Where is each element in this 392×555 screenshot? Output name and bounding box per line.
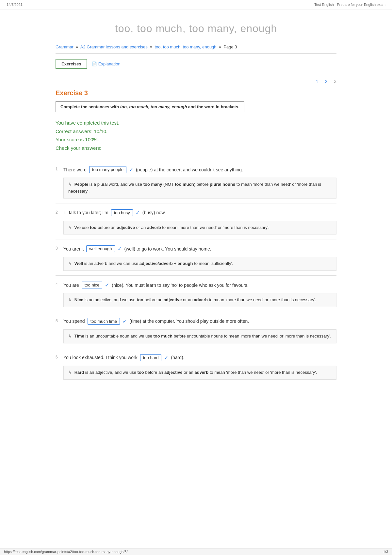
q6-answer: too hard	[140, 354, 162, 361]
arrow-icon-3: ↳	[68, 261, 72, 266]
page-3-current: 3	[334, 79, 336, 84]
q3-answer: well enough	[86, 245, 115, 252]
breadcrumb-link-topic[interactable]: too, too much, too many, enough	[155, 44, 216, 49]
q5-check-icon: ✓	[122, 318, 127, 324]
q3-after: (well) to go to work. You should stay ho…	[124, 246, 211, 251]
question-block-6: 6 You look exhausted. I think you work t…	[56, 348, 336, 380]
doc-icon: 📄	[92, 61, 97, 66]
q1-check-icon: ✓	[129, 166, 133, 173]
question-number-3: 3	[56, 245, 61, 251]
arrow-icon-2: ↳	[68, 225, 72, 230]
q6-check-icon: ✓	[164, 355, 168, 361]
q1-after: (people) at the concert and we couldn't …	[136, 167, 243, 172]
q3-explanation: ↳ Well is an adverb and we can use adjec…	[63, 257, 336, 271]
score-area: You have completed this test. Correct an…	[56, 119, 336, 152]
score-line3: Your score is 100%.	[56, 135, 336, 144]
main-content: Grammar » A2 Grammar lessons and exercis…	[49, 44, 343, 404]
q6-before: You look exhausted. I think you work	[63, 355, 138, 360]
question-number-1: 1	[56, 166, 61, 171]
question-block-5: 5 You spend too much time ✓ (time) at th…	[56, 312, 336, 343]
tab-explanation[interactable]: 📄 Explanation	[87, 59, 125, 69]
question-number-4: 4	[56, 282, 61, 287]
date-label: 14/7/2021	[7, 3, 23, 7]
q4-check-icon: ✓	[105, 282, 109, 288]
q5-explanation: ↳ Time is an uncountable noun and we use…	[63, 329, 336, 343]
arrow-icon-6: ↳	[68, 370, 72, 375]
instruction-box: Complete the sentences with too, too muc…	[56, 101, 244, 112]
q4-answer: too nice	[82, 282, 103, 288]
exercise-title: Exercise 3	[56, 89, 336, 97]
q4-before: You are	[63, 283, 79, 288]
page-1-link[interactable]: 1	[316, 79, 318, 84]
q3-before: You aren't	[63, 246, 84, 251]
arrow-icon-5: ↳	[68, 334, 72, 338]
q2-before: I'll talk to you later; I'm	[63, 210, 108, 215]
breadcrumb-link-grammar[interactable]: Grammar	[56, 44, 74, 49]
tabs-container: Exercises 📄 Explanation	[56, 59, 336, 69]
question-block-3: 3 You aren't well enough ✓ (well) to go …	[56, 239, 336, 271]
score-line4: Check your answers:	[56, 144, 336, 152]
pagination: 1 2 3	[56, 79, 336, 84]
question-number-2: 2	[56, 209, 61, 215]
score-line1: You have completed this test.	[56, 119, 336, 127]
q5-before: You spend	[63, 319, 85, 324]
q1-answer: too many people	[89, 166, 126, 173]
page-2-link[interactable]: 2	[325, 79, 327, 84]
page-title: too, too much, too many, enough	[7, 23, 385, 35]
q5-answer: too much time	[88, 318, 120, 325]
question-row-3: 3 You aren't well enough ✓ (well) to go …	[56, 244, 336, 255]
site-title-label: Test English - Prepare for your English …	[314, 3, 385, 7]
question-row-6: 6 You look exhausted. I think you work t…	[56, 353, 336, 364]
question-row-2: 2 I'll talk to you later; I'm too busy ✓…	[56, 208, 336, 219]
breadcrumb: Grammar » A2 Grammar lessons and exercis…	[56, 44, 336, 54]
breadcrumb-current: Page 3	[223, 44, 237, 49]
question-number-5: 5	[56, 318, 61, 323]
question-row-5: 5 You spend too much time ✓ (time) at th…	[56, 317, 336, 328]
q1-explanation: ↳ People is a plural word, and we use to…	[63, 178, 336, 199]
arrow-icon-4: ↳	[68, 297, 72, 302]
question-block-4: 4 You are too nice ✓ (nice). You must le…	[56, 275, 336, 307]
tab-exercises[interactable]: Exercises	[56, 59, 87, 69]
q6-after: (hard).	[171, 355, 184, 360]
q4-after: (nice). You must learn to say 'no' to pe…	[112, 283, 249, 288]
q5-after: (time) at the computer. You should play …	[129, 319, 249, 324]
q2-check-icon: ✓	[136, 210, 140, 216]
question-row-1: 1 There were too many people ✓ (people) …	[56, 165, 336, 176]
question-block-2: 2 I'll talk to you later; I'm too busy ✓…	[56, 203, 336, 235]
breadcrumb-link-a2[interactable]: A2 Grammar lessons and exercises	[80, 44, 148, 49]
q4-explanation: ↳ Nice is an adjective, and we use too b…	[63, 293, 336, 307]
q2-explanation: ↳ We use too before an adjective or an a…	[63, 221, 336, 235]
page-title-area: too, too much, too many, enough	[0, 9, 392, 44]
question-block-1: 1 There were too many people ✓ (people) …	[56, 160, 336, 199]
arrow-icon: ↳	[68, 182, 72, 187]
q2-answer: too busy	[111, 209, 133, 216]
q3-check-icon: ✓	[118, 246, 122, 252]
question-number-6: 6	[56, 354, 61, 359]
score-line2: Correct answers: 10/10.	[56, 127, 336, 136]
q6-explanation: ↳ Hard is an adjective, and we use too b…	[63, 366, 336, 380]
q2-after: (busy) now.	[142, 210, 166, 215]
q1-before: There were	[63, 167, 87, 172]
top-bar: 14/7/2021 Test English - Prepare for you…	[0, 0, 392, 9]
question-row-4: 4 You are too nice ✓ (nice). You must le…	[56, 280, 336, 292]
